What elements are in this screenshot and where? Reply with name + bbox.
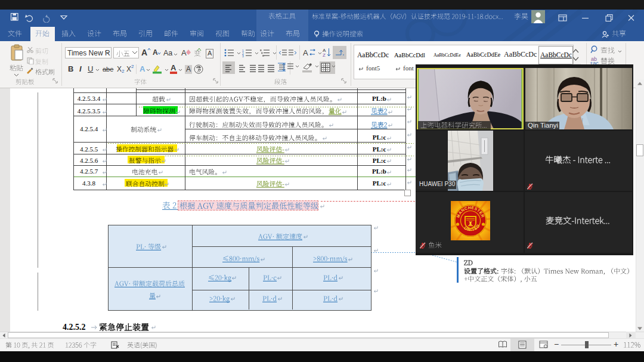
svg-text:3: 3 — [242, 54, 244, 58]
svg-text:Z: Z — [323, 52, 326, 58]
svg-text:A: A — [303, 48, 308, 57]
